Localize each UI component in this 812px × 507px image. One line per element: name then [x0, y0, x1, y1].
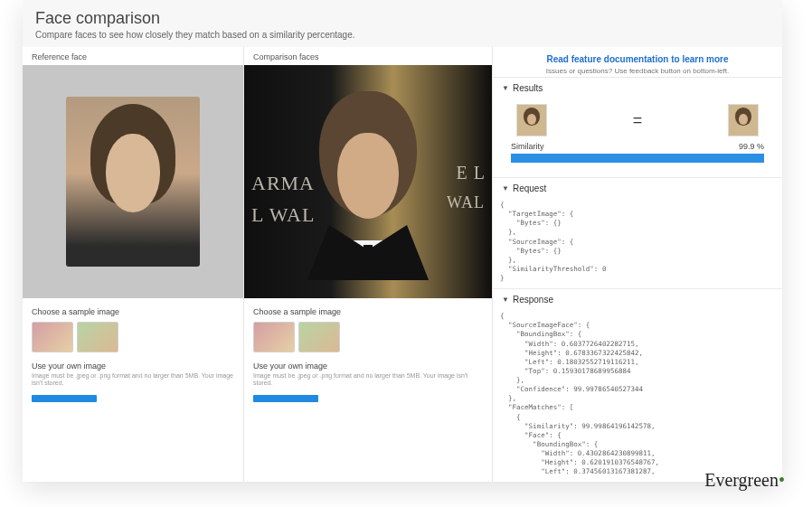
similarity-bar-fill [511, 154, 764, 163]
reference-sample-section: Choose a sample image Use your own image… [23, 298, 243, 411]
sample-thumb[interactable] [77, 322, 118, 352]
similarity-value: 99.9 % [739, 142, 764, 151]
results-title: Results [513, 83, 543, 93]
similarity-row: Similarity 99.9 % [511, 142, 764, 151]
own-image-label: Use your own image [32, 361, 234, 371]
comparison-sample-section: Choose a sample image Use your own image… [244, 298, 492, 411]
equals-icon: = [633, 111, 643, 130]
similarity-label: Similarity [511, 142, 544, 151]
upload-button[interactable] [253, 395, 318, 402]
watermark: Evergreen• [704, 470, 785, 491]
match-thumb-left [516, 104, 547, 136]
panel-header: Face comparison Compare faces to see how… [23, 0, 782, 47]
similarity-bar [511, 154, 764, 163]
results-column: Read feature documentation to learn more… [493, 47, 782, 482]
reference-column: Reference face Choose a sample image Use… [23, 47, 244, 482]
own-image-hint: Image must be .jpeg or .png format and n… [253, 372, 483, 388]
results-header[interactable]: ▼ Results [493, 78, 782, 99]
own-image-section: Use your own image Image must be .jpeg o… [32, 361, 234, 402]
match-thumb-right [728, 104, 759, 136]
similarity-block: Similarity 99.9 % [502, 142, 773, 170]
comparison-column: Comparison faces ARMA L WAL E L WAL Choo… [244, 47, 493, 482]
upload-button[interactable] [32, 395, 97, 402]
page-subtitle: Compare faces to see how closely they ma… [35, 30, 770, 40]
doc-sub: Issues or questions? Use feedback button… [498, 67, 777, 75]
watermark-text: Evergreen [704, 470, 779, 490]
page-title: Face comparison [35, 9, 770, 28]
response-header[interactable]: ▼ Response [493, 289, 782, 310]
comparison-face-image [292, 83, 444, 280]
sample-thumb[interactable] [298, 322, 340, 352]
sample-thumb[interactable] [253, 322, 295, 352]
panel-body: Reference face Choose a sample image Use… [23, 47, 782, 482]
request-section: ▼ Request { "TargetImage": { "Bytes": {}… [493, 177, 782, 288]
doc-link-block: Read feature documentation to learn more… [493, 47, 782, 77]
match-row: = [502, 102, 773, 142]
reference-image-area[interactable] [23, 65, 243, 298]
response-section: ▼ Response { "SourceImageFace": { "Bound… [493, 288, 782, 482]
results-body: = Similarity 99.9 % [493, 99, 782, 177]
request-title: Request [513, 183, 546, 193]
request-header[interactable]: ▼ Request [493, 178, 782, 199]
response-code: { "SourceImageFace": { "BoundingBox": { … [493, 310, 782, 482]
comparison-thumbs [253, 322, 483, 352]
own-image-hint: Image must be .jpeg or .png format and n… [32, 372, 234, 388]
caret-down-icon: ▼ [502, 296, 509, 304]
own-image-label: Use your own image [253, 361, 483, 371]
reference-face-image [66, 97, 200, 267]
reference-thumbs [32, 322, 234, 352]
bg-text: E L [457, 163, 486, 183]
response-title: Response [513, 295, 553, 305]
bg-text: WAL [447, 193, 485, 212]
choose-sample-label: Choose a sample image [32, 307, 234, 316]
sample-thumb[interactable] [32, 322, 73, 352]
results-section: ▼ Results = Similarity 99.9 % [493, 77, 782, 177]
caret-down-icon: ▼ [502, 84, 509, 92]
request-code: { "TargetImage": { "Bytes": {} }, "Sourc… [493, 199, 782, 288]
watermark-dot-icon: • [779, 470, 785, 490]
caret-down-icon: ▼ [502, 184, 509, 192]
choose-sample-label: Choose a sample image [253, 307, 483, 316]
doc-link[interactable]: Read feature documentation to learn more [546, 54, 728, 64]
reference-label: Reference face [23, 47, 243, 65]
comparison-image-area[interactable]: ARMA L WAL E L WAL [244, 65, 492, 298]
tie [364, 245, 373, 280]
app-panel: Face comparison Compare faces to see how… [23, 0, 782, 482]
own-image-section: Use your own image Image must be .jpeg o… [253, 361, 483, 402]
comparison-label: Comparison faces [244, 47, 492, 65]
